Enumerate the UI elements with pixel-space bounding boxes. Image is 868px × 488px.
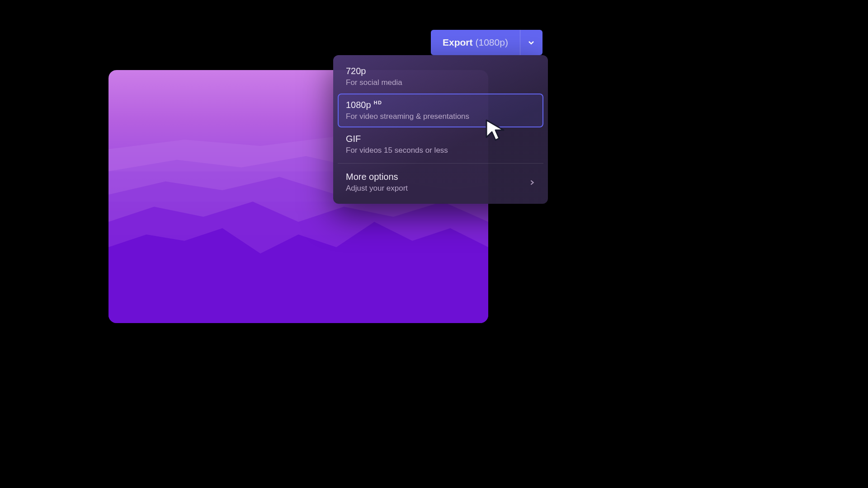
export-button[interactable]: Export (1080p): [431, 30, 520, 55]
menu-item-title: More options: [346, 172, 408, 182]
hd-badge: HD: [374, 100, 382, 105]
menu-item-desc: For video streaming & presentations: [346, 112, 535, 121]
menu-item-gif[interactable]: GIF For videos 15 seconds or less: [338, 127, 543, 161]
menu-item-desc: Adjust your export: [346, 184, 408, 193]
menu-item-more-options[interactable]: More options Adjust your export: [338, 165, 543, 199]
chevron-down-icon: [528, 39, 535, 46]
chevron-right-icon: [529, 179, 535, 186]
export-button-label: Export: [443, 37, 473, 48]
export-button-group: Export (1080p): [431, 30, 542, 55]
menu-item-1080p[interactable]: 1080p HD For video streaming & presentat…: [338, 94, 543, 127]
menu-item-720p[interactable]: 720p For social media: [338, 60, 543, 94]
menu-item-desc: For videos 15 seconds or less: [346, 146, 535, 155]
menu-divider: [338, 163, 543, 164]
menu-item-title: GIF: [346, 134, 535, 144]
menu-item-title: 720p: [346, 66, 535, 76]
menu-item-desc: For social media: [346, 78, 535, 87]
export-dropdown-toggle[interactable]: [520, 30, 542, 55]
export-button-resolution: (1080p): [476, 37, 508, 48]
menu-item-title: 1080p HD: [346, 100, 535, 110]
export-resolution-menu: 720p For social media 1080p HD For video…: [333, 55, 548, 204]
